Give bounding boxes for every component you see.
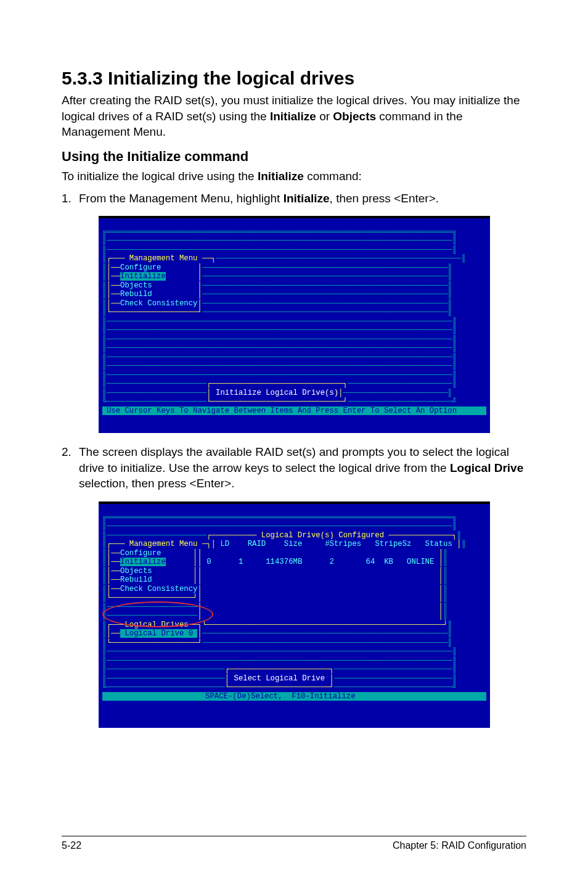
row-stripesz: 64 KB [366,558,393,566]
menu-item-rebuild-1[interactable]: Rebuild [120,290,152,299]
menu-title-1: Management Menu [125,254,202,263]
page-footer: 5-22 Chapter 5: RAID Configuration [62,836,526,851]
intro-initialize: Initialize [270,110,316,123]
menu-item-initialize-1[interactable]: Initialize [120,272,166,281]
step2-a: The screen displays the available RAID s… [79,445,509,474]
intro-text-c: or [316,110,333,123]
lead-b: Initialize [258,170,304,183]
section-heading: 5.3.3 Initializing the logical drives [62,68,526,89]
col-raid: RAID [248,540,266,548]
step-1: 1. From the Management Menu, highlight I… [62,191,526,207]
intro-paragraph: After creating the RAID set(s), you must… [62,93,526,140]
footer-right: Chapter 5: RAID Configuration [393,840,526,851]
menu-item-check-2[interactable]: Check Consistency [120,585,197,593]
col-stripesz: StripeSz [375,540,411,548]
step2-b: Logical Drive [450,461,523,474]
annotation-ellipse [102,601,213,627]
intro-objects: Objects [333,110,376,123]
terminal-screenshot-2: ╔═══════════════════════════════════════… [99,501,490,728]
lead-c: command: [304,170,362,183]
menu-item-check-1[interactable]: Check Consistency [120,299,197,308]
step-1-text: From the Management Menu, highlight Init… [79,191,526,207]
status-bar-1: Use Cursor Keys To Navigate Between Item… [102,406,486,416]
logical-drive-item[interactable]: Logical Drive 0 [120,629,197,638]
action-text-2: Select Logical Drive [229,674,329,683]
menu-item-configure-2[interactable]: Configure [120,549,161,558]
col-size: Size [284,540,303,548]
step-2-number: 2. [62,444,79,492]
step-2-text: The screen displays the available RAID s… [79,444,526,492]
menu-title-2: Management Menu [125,540,202,548]
row-stripes: 2 [330,558,334,566]
col-stripes: #Stripes [325,540,361,548]
menu-item-objects-1[interactable]: Objects [120,281,152,290]
terminal-screenshot-1: ╔═══════════════════════════════════════… [99,216,490,433]
row-status: ONLINE [407,558,434,566]
step1-a: From the Management Menu, highlight [79,192,284,205]
step1-b: Initialize [284,192,330,205]
status-bar-2: SPACE-(De)Select, F10-Initialize [102,692,486,701]
step-2: 2. The screen displays the available RAI… [62,444,526,492]
row-size: 114376MB [266,558,302,566]
step1-c: , then press <Enter>. [330,192,439,205]
lead-a: To initialize the logical drive using th… [62,170,258,183]
menu-item-objects-2[interactable]: Objects [120,567,152,576]
panel-title: Logical Drive(s) Configured [256,531,388,540]
menu-item-configure-1[interactable]: Configure [120,263,161,272]
col-status: Status [425,540,452,548]
step-1-number: 1. [62,191,79,207]
step2-c: selection, then press <Enter>. [79,477,234,490]
row-ld: 0 [206,558,211,566]
menu-item-initialize-2[interactable]: Initialize [120,558,166,566]
subheading: Using the Initialize command [62,149,526,165]
action-text-1: Initialize Logical Drive(s) [211,389,339,397]
col-ld: LD [220,540,229,548]
lead-paragraph: To initialize the logical drive using th… [62,168,526,184]
footer-left: 5-22 [62,840,81,851]
menu-item-rebuild-2[interactable]: Rebuild [120,576,152,584]
